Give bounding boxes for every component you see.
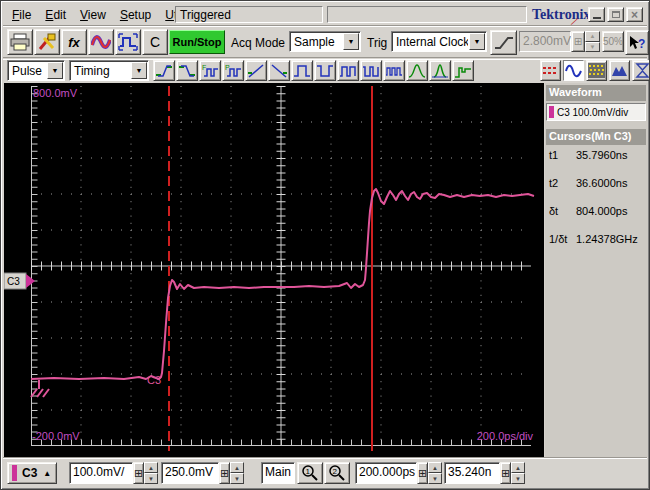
step-down-icon[interactable]: ▼ [230, 473, 244, 484]
window-controls: × [586, 7, 643, 22]
measure-period-button[interactable]: P [222, 60, 244, 81]
measure-category-select[interactable]: Pulse ▼ [7, 60, 65, 81]
measure-pk-pk-jitter-button[interactable] [429, 60, 451, 81]
frequency-icon: F [201, 63, 219, 79]
keypad-icon: ⊞ [418, 467, 427, 480]
bottom-scale-label: -200.0mV [32, 430, 80, 442]
acq-mode-select[interactable]: Sample ▼ [289, 31, 361, 52]
measure-rise-time-button[interactable] [153, 60, 175, 81]
horizontal-position-field[interactable]: 35.240n [444, 462, 500, 484]
chevron-down-icon[interactable]: ▼ [343, 33, 359, 50]
chevron-down-icon[interactable]: ▼ [47, 62, 63, 79]
waveform-header: Waveform [546, 85, 646, 101]
trace-label: C3 [147, 374, 161, 386]
clear-button[interactable]: C [142, 29, 168, 55]
step-down-icon[interactable]: ▼ [585, 42, 600, 53]
measure-settling-time-button[interactable] [452, 60, 474, 81]
step-down-icon[interactable]: ▼ [144, 473, 158, 484]
measure-positive-slew-button[interactable] [245, 60, 267, 81]
step-down-icon[interactable]: ▼ [511, 473, 525, 484]
burst-width-icon [385, 63, 403, 79]
view-mask-button[interactable] [609, 60, 630, 81]
menu-setup[interactable]: Setup [115, 6, 160, 24]
magnifier-1-icon: 1 [301, 464, 319, 482]
measure-fall-time-button[interactable] [176, 60, 198, 81]
trig-source-select[interactable]: Internal Clock ▼ [391, 31, 487, 52]
vertical-scale-stepper[interactable]: ▲▼ [144, 462, 158, 484]
app-window: File Edit View Setup Utilities Help Trig… [0, 0, 650, 490]
svg-text:C3: C3 [7, 276, 20, 287]
cursor-readout-row: 1/δt1.24378GHz [549, 233, 646, 249]
fall-time-icon [178, 63, 196, 79]
step-down-icon[interactable]: ▼ [428, 473, 442, 484]
eye-diagram-icon [634, 63, 650, 78]
context-help-button[interactable]: ? [625, 30, 649, 55]
top-scale-label: 800.0mV [33, 87, 78, 99]
step-up-icon[interactable]: ▲ [144, 462, 158, 473]
measure-positive-width-button[interactable] [291, 60, 313, 81]
run-stop-button[interactable]: Run/Stop [169, 30, 225, 54]
zoom-2-button[interactable]: 2 [324, 462, 350, 484]
vertical-scale-keypad-button[interactable]: ⊞ [133, 462, 144, 484]
vertical-offset-field[interactable]: 250.0mV [161, 462, 219, 484]
restore-button[interactable] [607, 7, 624, 22]
measure-burst-width-button[interactable] [383, 60, 405, 81]
waveform-entry[interactable]: C3 100.0mV/div [546, 103, 646, 121]
view-cursors-button[interactable] [540, 60, 561, 81]
trig-label: Trig [367, 36, 387, 50]
bottom-control-bar: C3 ▲ 100.0mV/ ⊞ ▲▼ 250.0mV ⊞ ▲▼ Main 1 2 [3, 457, 647, 488]
keypad-icon: ⊞ [574, 36, 582, 47]
vertical-offset-keypad-button[interactable]: ⊞ [219, 462, 230, 484]
trig-level-keypad-button[interactable]: ⊞ [571, 31, 585, 52]
view-eye-diagram-button[interactable] [632, 60, 650, 81]
horizontal-position-stepper[interactable]: ▲▼ [511, 462, 525, 484]
horizontal-scale-field[interactable]: 200.000ps [355, 462, 417, 484]
waveform-button[interactable] [88, 29, 114, 55]
step-up-icon[interactable]: ▲ [585, 31, 600, 42]
positive-duty-icon [339, 63, 357, 79]
menu-view[interactable]: View [75, 6, 115, 24]
vertical-scale-field[interactable]: 100.0mV/ [69, 462, 133, 484]
horizontal-position-keypad-button[interactable]: ⊞ [500, 462, 511, 484]
measure-negative-duty-button[interactable] [360, 60, 382, 81]
vertical-cursors-icon [118, 33, 138, 51]
step-up-icon[interactable]: ▲ [230, 462, 244, 473]
vertical-cursors-button[interactable] [115, 29, 141, 55]
horizontal-scale-keypad-button[interactable]: ⊞ [417, 462, 428, 484]
trig-level-stepper[interactable]: ▲ ▼ [585, 31, 600, 52]
rise-time-icon [155, 63, 173, 79]
measure-positive-duty-button[interactable] [337, 60, 359, 81]
scope-display: 800.0mV -200.0mV 200.0ps/div C3 C3 Wavef… [4, 83, 648, 457]
timebase-mode-field: Main [261, 462, 295, 484]
menu-edit[interactable]: Edit [40, 6, 75, 24]
keypad-icon: ⊞ [501, 467, 510, 480]
close-button[interactable]: × [626, 7, 643, 22]
formula-button[interactable]: fx [61, 29, 87, 55]
svg-text:1: 1 [306, 467, 311, 476]
tools-button[interactable] [34, 29, 60, 55]
measure-negative-slew-button[interactable] [268, 60, 290, 81]
channel-select-button[interactable]: C3 ▲ [7, 462, 57, 484]
chevron-down-icon[interactable]: ▼ [131, 62, 147, 79]
set-50-percent-button[interactable]: 50% [602, 31, 624, 52]
title-menu-bar: File Edit View Setup Utilities Help Trig… [3, 3, 647, 26]
view-waveform-button[interactable] [563, 60, 584, 81]
vertical-offset-stepper[interactable]: ▲▼ [230, 462, 244, 484]
measure-frequency-button[interactable]: F [199, 60, 221, 81]
print-button[interactable] [7, 29, 33, 55]
channel-color-stripe [12, 465, 17, 481]
trig-slope-button[interactable] [490, 30, 517, 55]
minimize-button[interactable] [588, 7, 605, 22]
step-up-icon[interactable]: ▲ [428, 462, 442, 473]
horizontal-scale-stepper[interactable]: ▲▼ [428, 462, 442, 484]
measure-subcategory-select[interactable]: Timing ▼ [69, 60, 149, 81]
svg-text:2: 2 [333, 467, 338, 476]
menu-file[interactable]: File [7, 6, 40, 24]
view-histogram-button[interactable] [586, 60, 607, 81]
zoom-1-button[interactable]: 1 [297, 462, 323, 484]
step-up-icon[interactable]: ▲ [511, 462, 525, 473]
measure-negative-width-button[interactable] [314, 60, 336, 81]
measure-rms-jitter-button[interactable] [406, 60, 428, 81]
chevron-down-icon[interactable]: ▼ [469, 33, 485, 50]
cursors-header: Cursors(Mn C3) [546, 129, 646, 145]
